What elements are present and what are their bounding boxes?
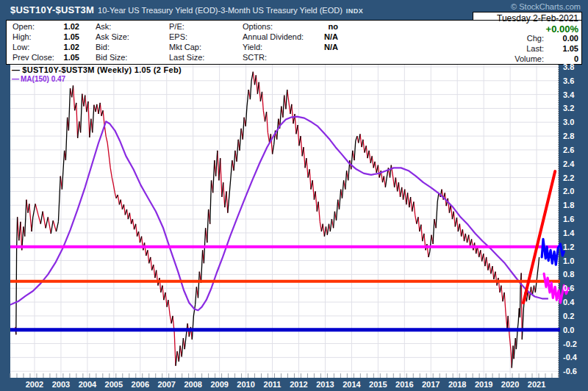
stockcharts-copyright: © StockCharts.com <box>511 2 581 11</box>
quote-panel <box>6 20 582 65</box>
quote-label: Open: <box>12 22 35 31</box>
quote-value: 1.05 <box>53 32 79 41</box>
ma-line-swatch: — <box>12 75 19 83</box>
quote-label: Annual Dividend: <box>243 32 304 41</box>
quote-value: 1.02 <box>53 43 79 51</box>
symbol-description: 10-Year US Treasury Yield (EOD)-3-Month … <box>98 6 343 15</box>
quote-value: no <box>309 22 338 31</box>
chart-area[interactable] <box>10 65 559 378</box>
quote-label: Bid: <box>96 43 110 51</box>
y-axis-band <box>559 65 588 391</box>
percent-change: +0.00% <box>505 24 578 35</box>
quote-label: P/E: <box>169 22 184 31</box>
quote-label: Last: <box>526 44 544 53</box>
legend-ma-series: —MA(150) 0.47 <box>12 75 65 83</box>
quote-label: Bid Size: <box>96 53 127 62</box>
quote-label: Low: <box>12 43 29 51</box>
quote-value: 0.00 <box>549 34 578 43</box>
stockcharts-window: $UST10Y-$UST3M10-Year US Treasury Yield … <box>0 0 588 391</box>
quote-label: Mkt Cap: <box>169 43 201 51</box>
quote-label: Options: <box>243 22 273 31</box>
quote-label: SCTR: <box>243 53 267 62</box>
quote-label: Last Size: <box>169 53 204 62</box>
quote-label: Chg: <box>527 34 544 43</box>
quote-date: Tuesday 2-Feb-2021 <box>431 13 578 24</box>
exchange-label: INDX <box>346 7 364 15</box>
quote-label: Ask Size: <box>96 32 129 41</box>
quote-label: Prev Close: <box>12 53 54 62</box>
quote-label: Yield: <box>243 43 262 51</box>
price-line-swatch: — <box>12 65 20 74</box>
x-axis-band <box>0 378 588 391</box>
quote-value: 1.05 <box>549 44 578 53</box>
quote-value: 1.02 <box>53 22 79 31</box>
quote-value: N/A <box>309 43 338 51</box>
quote-label: EPS: <box>169 32 187 41</box>
legend-price-series: —$UST10Y-$UST3M (Weekly) 1.05 (2 Feb) <box>12 65 182 74</box>
quote-label: Volume: <box>514 54 544 63</box>
quote-value: 1.05 <box>53 53 79 62</box>
quote-label: Ask: <box>96 22 111 31</box>
quote-value: N/A <box>309 32 338 41</box>
quote-value: 0 <box>549 54 578 63</box>
symbol-label: $UST10Y-$UST3M <box>10 4 94 15</box>
quote-label: High: <box>12 32 32 41</box>
